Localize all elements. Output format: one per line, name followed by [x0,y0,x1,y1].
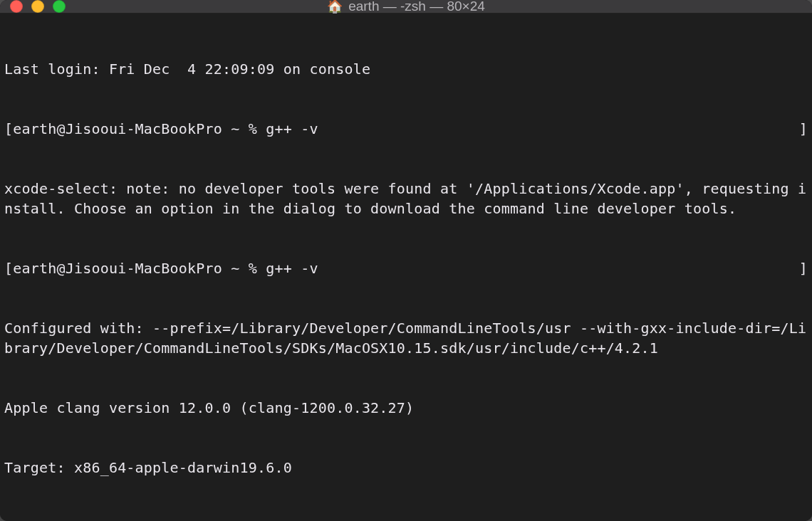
output-line: Target: x86_64-apple-darwin19.6.0 [4,458,808,478]
terminal-window: 🏠 earth — -zsh — 80×24 Last login: Fri D… [0,0,812,521]
bracket-left: [ [4,258,13,278]
close-icon[interactable] [10,0,23,13]
prompt-row: [earth@Jisooui-MacBookPro ~ % g++ -v ] [4,119,808,139]
maximize-icon[interactable] [53,0,66,13]
prompt-text: earth@Jisooui-MacBookPro ~ % [13,258,266,278]
home-icon: 🏠 [327,0,343,14]
minimize-icon[interactable] [31,0,44,13]
titlebar[interactable]: 🏠 earth — -zsh — 80×24 [0,0,812,14]
window-title-text: earth — -zsh — 80×24 [348,0,485,14]
prompt-text: earth@Jisooui-MacBookPro ~ % [13,119,266,139]
output-line: Configured with: --prefix=/Library/Devel… [4,318,808,358]
output-line: xcode-select: note: no developer tools w… [4,179,808,219]
bracket-right: ] [799,258,808,278]
prompt-row: [earth@Jisooui-MacBookPro ~ % g++ -v ] [4,258,808,278]
bracket-right: ] [799,119,808,139]
output-line: Apple clang version 12.0.0 (clang-1200.0… [4,398,808,418]
window-controls [10,0,66,13]
command-text: g++ -v [266,119,318,139]
window-title: 🏠 earth — -zsh — 80×24 [0,0,812,14]
output-line: Thread model: posix [4,517,808,521]
command-text: g++ -v [266,258,318,278]
output-line: Last login: Fri Dec 4 22:09:09 on consol… [4,59,808,79]
bracket-left: [ [4,119,13,139]
terminal-content[interactable]: Last login: Fri Dec 4 22:09:09 on consol… [0,14,812,521]
